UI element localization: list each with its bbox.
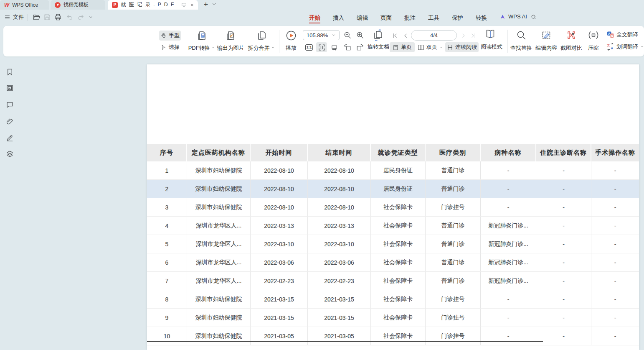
table-row[interactable]: 8深圳市妇幼保健院2021-03-152021-03-15社会保障卡门诊挂号--… [147, 290, 639, 309]
rotate-document-label[interactable]: 旋转文档 [368, 43, 389, 51]
table-cell: 门诊挂号 [426, 290, 481, 308]
svg-text:W: W [201, 34, 204, 37]
quick-access-toolbar: 文件 开始 插入 编辑 页面 批注 工具 保护 转换 [0, 10, 644, 25]
new-tab-button[interactable]: + [201, 0, 210, 9]
pdf-convert-button[interactable]: W PDF转换 [185, 30, 218, 52]
redo-button[interactable] [77, 12, 84, 23]
single-page-icon [393, 44, 399, 51]
rotate-left-button[interactable] [342, 42, 353, 52]
next-page-button[interactable] [459, 32, 467, 39]
hand-tool-button[interactable]: 手型 [159, 31, 181, 41]
tab-wps-home[interactable]: W WPS Office [0, 0, 49, 10]
table-cell: 2022-08-10 [251, 161, 308, 179]
pdf-page[interactable]: 序号定点医药机构名称开始时间结束时间就诊凭证类型医疗类别病种名称住院主诊断名称手… [147, 64, 639, 350]
full-translation-button[interactable]: A 字 全文翻译 [606, 31, 638, 38]
layers-panel-icon[interactable] [5, 149, 15, 159]
zoom-in-button[interactable] [356, 31, 364, 39]
table-cell: 2021-03-15 [251, 290, 308, 308]
double-page-button[interactable]: 双页 [418, 42, 443, 52]
undo-button[interactable] [66, 12, 74, 23]
export-image-button[interactable]: 输出为图片 [216, 30, 246, 52]
word-translation-button[interactable]: 文 A 划词翻译 [606, 43, 644, 51]
menu-tab-edit[interactable]: 编辑 [357, 13, 368, 23]
comment-panel-icon[interactable] [5, 100, 15, 110]
tab-document-active[interactable]: P 就医记录.PDF × [108, 0, 198, 10]
table-row[interactable]: 2深圳市妇幼保健院2022-08-102022-08-10居民身份证普通门诊--… [147, 180, 639, 198]
table-row[interactable]: 3深圳市妇幼保健院2022-08-102022-08-10社会保障卡门诊挂号--… [147, 198, 639, 217]
fit-page-button[interactable] [316, 42, 327, 52]
menu-tab-home[interactable]: 开始 [309, 13, 320, 23]
table-cell: - [536, 253, 591, 271]
last-page-button[interactable] [469, 32, 477, 39]
edit-content-button[interactable]: 编辑内容 [535, 30, 558, 52]
open-file-button[interactable] [33, 12, 40, 23]
divider [98, 14, 98, 21]
read-mode-label[interactable]: 阅读模式 [481, 43, 502, 51]
file-menu-button[interactable]: 文件 [4, 12, 24, 23]
table-header-row: 序号定点医药机构名称开始时间结束时间就诊凭证类型医疗类别病种名称住院主诊断名称手… [147, 144, 639, 161]
menu-tab-page[interactable]: 页面 [380, 13, 392, 23]
tab-list-chevron-icon[interactable] [211, 1, 217, 7]
print-button[interactable] [54, 12, 62, 23]
table-row[interactable]: 7深圳市龙华区人...2022-02-232022-02-23社会保障卡普通门诊… [147, 272, 639, 290]
table-cell: - [481, 327, 536, 345]
attachment-panel-icon[interactable] [5, 116, 15, 126]
play-button[interactable]: 播放 [281, 30, 301, 52]
export-image-label: 输出为图片 [217, 44, 244, 52]
save-button[interactable] [43, 12, 51, 23]
table-row[interactable]: 9深圳市妇幼保健院2021-03-152021-03-15社会保障卡门诊挂号--… [147, 309, 639, 327]
column-header: 结束时间 [308, 144, 371, 161]
close-tab-icon[interactable]: × [190, 2, 194, 8]
menu-tab-protect[interactable]: 保护 [452, 13, 463, 23]
find-replace-label: 查找替换 [510, 44, 532, 52]
compress-button[interactable]: 压缩 [585, 30, 602, 52]
annotate-pen-panel-icon[interactable] [5, 133, 15, 143]
split-merge-button[interactable]: 拆分合并 [246, 30, 277, 52]
select-tool-button[interactable]: 选择 [159, 42, 181, 52]
menu-tab-convert[interactable]: 转换 [476, 13, 487, 23]
table-row[interactable]: 4深圳市龙华区人...2022-03-132022-03-13社会保障卡普通门诊… [147, 217, 639, 235]
table-row[interactable]: 5深圳市龙华区人...2022-03-102022-03-10社会保障卡普通门诊… [147, 235, 639, 253]
tab-docer-templates[interactable]: 找稻壳模板 [51, 0, 105, 10]
table-cell: 深圳市龙华区人... [187, 272, 251, 290]
table-cell: - [536, 272, 591, 290]
table-cell: 2021-03-05 [308, 327, 371, 345]
menu-tab-insert[interactable]: 插入 [333, 13, 344, 23]
read-mode-icon[interactable] [484, 28, 496, 40]
table-cell: - [591, 198, 639, 216]
rotate-left-icon [344, 43, 351, 51]
menu-tab-comment[interactable]: 批注 [404, 13, 416, 23]
wps-ai-button[interactable]: WPS AI [499, 13, 527, 20]
rotate-document-icon[interactable] [372, 29, 384, 41]
single-page-button[interactable]: 单页 [390, 42, 415, 52]
previous-page-button[interactable] [402, 32, 409, 39]
toolbar-more-chevron-icon[interactable] [88, 12, 94, 23]
table-cell: 2022-08-10 [251, 198, 308, 216]
left-side-panel [0, 59, 19, 350]
table-row[interactable]: 10深圳市妇幼保健院2021-03-052021-03-05社会保障卡门诊挂号-… [147, 327, 639, 345]
table-cell: 2022-08-10 [308, 161, 371, 179]
table-cell: - [536, 327, 591, 345]
thumbnail-panel-icon[interactable] [5, 83, 15, 93]
menu-tab-tools[interactable]: 工具 [428, 13, 439, 23]
actual-size-button[interactable]: 1:1 [304, 42, 314, 52]
table-row[interactable]: 6深圳市龙华区人...2022-03-062022-03-06社会保障卡普通门诊… [147, 253, 639, 272]
table-cell: 深圳市龙华区人... [187, 253, 251, 271]
search-menu-icon[interactable] [530, 12, 537, 23]
page-number-input[interactable]: 4/4 [411, 30, 457, 41]
zoom-out-button[interactable] [343, 31, 352, 39]
table-cell: 2022-08-10 [251, 180, 308, 198]
continuous-read-button[interactable]: 连续阅读 [445, 42, 479, 52]
first-page-button[interactable] [391, 32, 398, 39]
fit-width-button[interactable] [329, 42, 340, 52]
rotate-right-button[interactable] [355, 42, 365, 52]
table-cell: 深圳市妇幼保健院 [187, 327, 251, 345]
find-replace-button[interactable]: 查找替换 [510, 30, 533, 52]
screenshot-compare-button[interactable]: 截图对比 [560, 30, 583, 52]
monitor-icon[interactable] [181, 2, 187, 8]
bookmark-panel-icon[interactable] [5, 67, 15, 77]
table-row[interactable]: 1深圳市妇幼保健院2022-08-102022-08-10居民身份证普通门诊--… [147, 161, 639, 180]
zoom-level-select[interactable]: 105.88% [303, 30, 340, 40]
table-cell: 8 [147, 290, 187, 308]
table-cell: - [481, 309, 536, 327]
